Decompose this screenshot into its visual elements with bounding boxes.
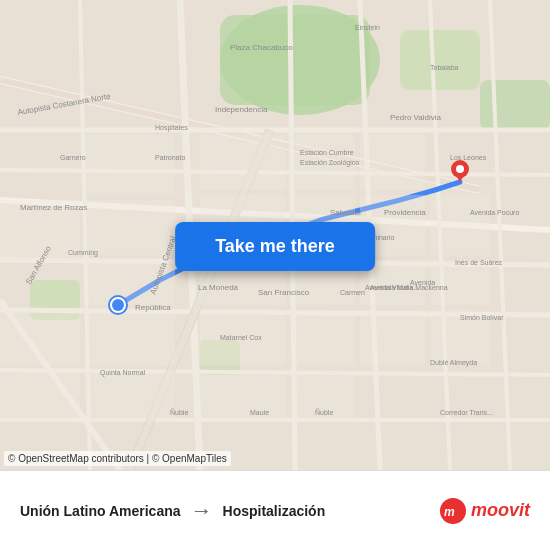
svg-text:Cumming: Cumming [68, 249, 98, 257]
svg-text:San Francisco: San Francisco [258, 288, 310, 297]
svg-rect-47 [200, 370, 285, 420]
svg-text:Carmen: Carmen [340, 289, 365, 296]
route-info: Unión Latino Americana → Hospitalización [20, 498, 439, 524]
svg-text:Avenida Pocuro: Avenida Pocuro [470, 209, 519, 216]
svg-text:La Moneda: La Moneda [198, 283, 239, 292]
svg-point-92 [456, 165, 464, 173]
svg-text:Garnero: Garnero [60, 154, 86, 161]
svg-text:Martínez de Rozas: Martínez de Rozas [20, 203, 87, 212]
svg-rect-46 [85, 370, 175, 420]
svg-text:Dublé Almeyda: Dublé Almeyda [430, 359, 477, 367]
svg-text:Pedro Valdivia: Pedro Valdivia [390, 113, 442, 122]
bottom-bar: Unión Latino Americana → Hospitalización… [0, 470, 550, 550]
svg-text:Estación Cumbre: Estación Cumbre [300, 149, 354, 156]
take-me-there-button[interactable]: Take me there [175, 222, 375, 271]
svg-text:Ñuble: Ñuble [170, 408, 188, 416]
svg-text:Maule: Maule [250, 409, 269, 416]
svg-rect-2 [220, 15, 370, 105]
svg-text:Matarnel Cox: Matarnel Cox [220, 334, 262, 341]
svg-text:República: República [135, 303, 171, 312]
svg-text:Avenida: Avenida [410, 279, 435, 286]
route-arrow-icon: → [191, 498, 213, 524]
svg-text:Estación Zoológico: Estación Zoológico [300, 159, 359, 167]
svg-text:m: m [444, 505, 455, 519]
svg-rect-27 [85, 200, 175, 255]
moovit-icon: m [439, 497, 467, 525]
map-container: Autopista Costanera Norte San Alfonso Au… [0, 0, 550, 470]
svg-rect-48 [295, 310, 355, 365]
svg-text:Einstein: Einstein [355, 24, 380, 31]
svg-text:Simón Bolívar: Simón Bolívar [460, 314, 504, 321]
svg-text:Providencia: Providencia [384, 208, 426, 217]
svg-rect-26 [85, 135, 175, 195]
svg-rect-36 [360, 135, 425, 190]
svg-rect-45 [85, 310, 175, 365]
svg-rect-44 [0, 370, 80, 420]
svg-rect-3 [400, 30, 480, 90]
svg-text:Inés de Suárez: Inés de Suárez [455, 259, 503, 266]
svg-rect-43 [0, 310, 80, 365]
svg-text:Tobalaba: Tobalaba [430, 64, 459, 71]
moovit-text: moovit [471, 500, 530, 521]
svg-rect-40 [430, 195, 490, 255]
svg-rect-29 [200, 135, 285, 190]
app-container: Autopista Costanera Norte San Alfonso Au… [0, 0, 550, 550]
moovit-logo: m moovit [439, 497, 530, 525]
svg-text:Quinta Normal: Quinta Normal [100, 369, 146, 377]
map-attribution: © OpenStreetMap contributors | © OpenMap… [4, 451, 231, 466]
route-to-label: Hospitalización [223, 503, 326, 519]
svg-rect-39 [360, 310, 425, 365]
svg-text:Plaza Chacabuco: Plaza Chacabuco [230, 43, 293, 52]
svg-text:Hospitales: Hospitales [155, 124, 188, 132]
svg-text:Corredor Trans...: Corredor Trans... [440, 409, 493, 416]
svg-text:Independencia: Independencia [215, 105, 268, 114]
route-from-label: Unión Latino Americana [20, 503, 181, 519]
svg-rect-41 [430, 260, 490, 305]
svg-point-89 [112, 299, 124, 311]
svg-rect-4 [480, 80, 550, 130]
svg-text:Salvador: Salvador [330, 208, 362, 217]
svg-text:Patronato: Patronato [155, 154, 185, 161]
svg-text:Los Leones: Los Leones [450, 154, 487, 161]
svg-text:Ñuble: Ñuble [315, 408, 333, 416]
